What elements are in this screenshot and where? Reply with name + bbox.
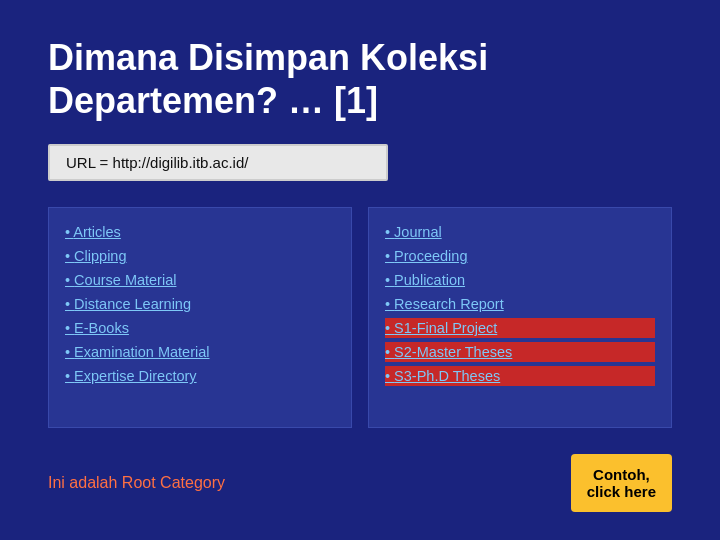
slide-title: Dimana Disimpan Koleksi Departemen? … [1… — [48, 36, 672, 122]
list-item-highlighted[interactable]: S1-Final Project — [385, 318, 655, 338]
list-item[interactable]: Clipping — [65, 246, 335, 266]
bottom-highlight: Root Category — [122, 474, 225, 491]
contoh-line1: Contoh, — [593, 466, 650, 483]
list-item[interactable]: Course Material — [65, 270, 335, 290]
bottom-text: Ini adalah — [48, 474, 122, 491]
url-box: URL = http://digilib.itb.ac.id/ — [48, 144, 388, 181]
title-line1: Dimana Disimpan Koleksi — [48, 37, 488, 78]
title-line2: Departemen? … [1] — [48, 80, 378, 121]
list-item[interactable]: Proceeding — [385, 246, 655, 266]
left-column: ArticlesClippingCourse MaterialDistance … — [48, 207, 352, 428]
right-column: JournalProceedingPublicationResearch Rep… — [368, 207, 672, 428]
content-area: ArticlesClippingCourse MaterialDistance … — [48, 207, 672, 428]
list-item[interactable]: Expertise Directory — [65, 366, 335, 386]
list-item[interactable]: Journal — [385, 222, 655, 242]
list-item[interactable]: Publication — [385, 270, 655, 290]
list-item[interactable]: Articles — [65, 222, 335, 242]
root-category-text: Ini adalah Root Category — [48, 474, 225, 492]
url-label: URL = http://digilib.itb.ac.id/ — [66, 154, 248, 171]
slide: Dimana Disimpan Koleksi Departemen? … [1… — [0, 0, 720, 540]
list-item[interactable]: E-Books — [65, 318, 335, 338]
contoh-line2: click here — [587, 483, 656, 500]
list-item[interactable]: Distance Learning — [65, 294, 335, 314]
list-item[interactable]: Examination Material — [65, 342, 335, 362]
bottom-row: Ini adalah Root Category Contoh, click h… — [48, 454, 672, 512]
list-item-highlighted[interactable]: S3-Ph.D Theses — [385, 366, 655, 386]
contoh-click-button[interactable]: Contoh, click here — [571, 454, 672, 512]
list-item[interactable]: Research Report — [385, 294, 655, 314]
list-item-highlighted[interactable]: S2-Master Theses — [385, 342, 655, 362]
